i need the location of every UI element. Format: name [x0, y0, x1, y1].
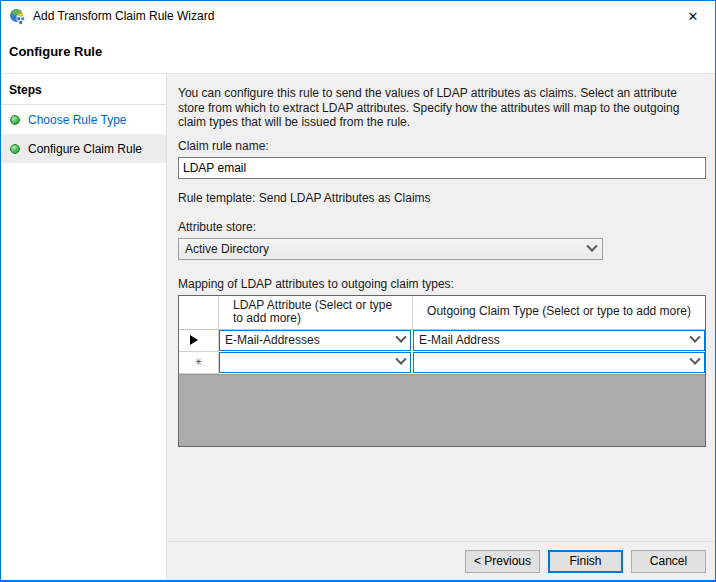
attribute-store-dropdown[interactable]: Active Directory: [178, 238, 603, 260]
new-row-icon: ✳: [195, 357, 203, 367]
finish-button[interactable]: Finish: [548, 550, 623, 573]
wizard-body: Steps Choose Rule Type Configure Claim R…: [1, 74, 715, 580]
grid-empty-area: [179, 374, 705, 446]
main-panel: You can configure this rule to send the …: [167, 74, 715, 580]
chevron-down-icon: [395, 354, 406, 365]
steps-sidebar: Steps Choose Rule Type Configure Claim R…: [1, 74, 167, 580]
outgoing-claim-type-dropdown-empty[interactable]: [413, 352, 705, 373]
step-complete-icon: [10, 144, 20, 154]
page-header: Configure Rule: [1, 31, 715, 74]
row-selector-cell[interactable]: ✳: [179, 352, 219, 374]
steps-heading: Steps: [1, 74, 166, 105]
rule-description: You can configure this rule to send the …: [178, 86, 706, 130]
window-title: Add Transform Claim Rule Wizard: [33, 9, 214, 23]
row-selector-cell[interactable]: [179, 330, 219, 352]
chevron-down-icon: [689, 332, 700, 343]
attribute-store-label: Attribute store:: [178, 220, 706, 234]
attribute-store-value: Active Directory: [185, 242, 588, 256]
step-label: Choose Rule Type: [28, 113, 127, 127]
ldap-attribute-dropdown-empty[interactable]: [219, 352, 411, 373]
grid-header-row: LDAP Attribute (Select or type to add mo…: [179, 296, 705, 330]
outgoing-claim-type-value: E-Mail Address: [419, 333, 691, 347]
ldap-attribute-value: E-Mail-Addresses: [225, 333, 397, 347]
mapping-grid: LDAP Attribute (Select or type to add mo…: [178, 295, 706, 447]
sidebar-item-configure-claim-rule[interactable]: Configure Claim Rule: [1, 134, 166, 163]
claim-rule-name-label: Claim rule name:: [178, 139, 706, 153]
titlebar: Add Transform Claim Rule Wizard ✕: [1, 1, 715, 31]
grid-corner-cell: [179, 296, 219, 329]
current-row-icon: [190, 335, 198, 345]
cancel-button[interactable]: Cancel: [631, 550, 706, 573]
outgoing-claim-type-dropdown[interactable]: E-Mail Address: [413, 330, 705, 351]
chevron-down-icon: [586, 240, 597, 251]
page-title: Configure Rule: [9, 44, 102, 59]
table-row-new: ✳: [179, 352, 705, 374]
claim-rule-name-input[interactable]: [178, 157, 706, 179]
step-complete-icon: [10, 115, 20, 125]
rule-template-text: Rule template: Send LDAP Attributes as C…: [178, 191, 706, 205]
wizard-window: Add Transform Claim Rule Wizard ✕ Config…: [0, 0, 716, 582]
previous-button[interactable]: < Previous: [465, 550, 540, 573]
chevron-down-icon: [689, 354, 700, 365]
table-row: E-Mail-Addresses E-Mail Address: [179, 330, 705, 352]
step-label: Configure Claim Rule: [28, 142, 142, 156]
chevron-down-icon: [395, 332, 406, 343]
app-icon: [9, 8, 26, 25]
column-header-ldap-attribute: LDAP Attribute (Select or type to add mo…: [219, 296, 413, 329]
column-header-outgoing-claim-type: Outgoing Claim Type (Select or type to a…: [413, 296, 705, 329]
footer-button-bar: < Previous Finish Cancel: [167, 541, 715, 580]
close-icon: ✕: [688, 9, 699, 24]
close-button[interactable]: ✕: [679, 4, 707, 28]
ldap-attribute-dropdown[interactable]: E-Mail-Addresses: [219, 330, 411, 351]
sidebar-item-choose-rule-type[interactable]: Choose Rule Type: [1, 105, 166, 134]
mapping-table-label: Mapping of LDAP attributes to outgoing c…: [178, 277, 706, 291]
